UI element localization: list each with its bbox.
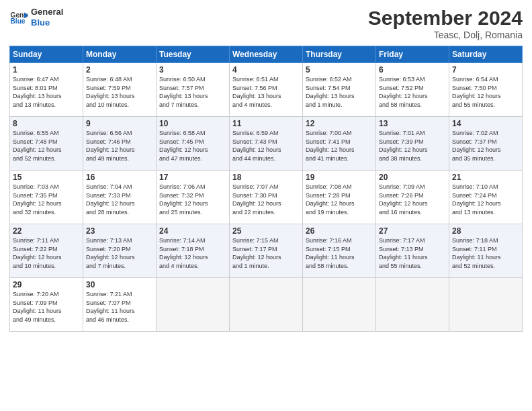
day-number: 4	[232, 65, 300, 75]
day-info: Sunrise: 6:55 AM Sunset: 7:48 PM Dayligh…	[13, 129, 80, 163]
calendar-cell: 25Sunrise: 7:15 AM Sunset: 7:17 PM Dayli…	[230, 224, 303, 278]
day-info: Sunrise: 7:10 AM Sunset: 7:24 PM Dayligh…	[452, 183, 519, 216]
day-number: 15	[13, 173, 80, 182]
day-info: Sunrise: 7:00 AM Sunset: 7:41 PM Dayligh…	[306, 129, 373, 163]
calendar-cell: 20Sunrise: 7:09 AM Sunset: 7:26 PM Dayli…	[376, 171, 449, 224]
calendar-cell: 22Sunrise: 7:11 AM Sunset: 7:22 PM Dayli…	[10, 224, 83, 278]
day-info: Sunrise: 6:51 AM Sunset: 7:56 PM Dayligh…	[232, 75, 300, 109]
day-info: Sunrise: 7:02 AM Sunset: 7:37 PM Dayligh…	[452, 129, 519, 163]
day-info: Sunrise: 7:18 AM Sunset: 7:11 PM Dayligh…	[452, 236, 519, 270]
day-number: 25	[232, 226, 300, 236]
day-info: Sunrise: 6:59 AM Sunset: 7:43 PM Dayligh…	[232, 129, 300, 163]
logo-text: General Blue	[31, 7, 63, 28]
calendar-cell: 5Sunrise: 6:52 AM Sunset: 7:54 PM Daylig…	[303, 63, 376, 117]
calendar-cell: 12Sunrise: 7:00 AM Sunset: 7:41 PM Dayli…	[303, 117, 376, 171]
day-number: 1	[13, 65, 80, 75]
day-info: Sunrise: 7:01 AM Sunset: 7:39 PM Dayligh…	[379, 129, 446, 163]
calendar-cell: 14Sunrise: 7:02 AM Sunset: 7:37 PM Dayli…	[449, 117, 523, 171]
title-block: September 2024 Teasc, Dolj, Romania	[368, 7, 523, 40]
weekday-header-row: SundayMondayTuesdayWednesdayThursdayFrid…	[10, 46, 523, 63]
day-number: 24	[159, 226, 226, 236]
calendar-cell: 13Sunrise: 7:01 AM Sunset: 7:39 PM Dayli…	[376, 117, 449, 171]
day-number: 29	[13, 280, 80, 289]
weekday-header-saturday: Saturday	[449, 46, 523, 63]
day-number: 10	[159, 119, 226, 128]
day-number: 6	[379, 65, 446, 75]
weekday-header-sunday: Sunday	[10, 46, 83, 63]
svg-text:Blue: Blue	[11, 17, 26, 25]
weekday-header-monday: Monday	[83, 46, 157, 63]
week-row-3: 15Sunrise: 7:03 AM Sunset: 7:35 PM Dayli…	[10, 171, 523, 224]
calendar-cell: 2Sunrise: 6:48 AM Sunset: 7:59 PM Daylig…	[83, 63, 157, 117]
day-number: 17	[159, 173, 226, 182]
day-number: 9	[86, 119, 153, 128]
day-number: 11	[232, 119, 300, 128]
day-number: 18	[232, 173, 300, 182]
weekday-header-thursday: Thursday	[303, 46, 376, 63]
day-number: 30	[86, 280, 153, 289]
calendar-cell: 9Sunrise: 6:56 AM Sunset: 7:46 PM Daylig…	[83, 117, 157, 171]
location: Teasc, Dolj, Romania	[368, 30, 523, 40]
calendar-cell: 3Sunrise: 6:50 AM Sunset: 7:57 PM Daylig…	[157, 63, 230, 117]
day-info: Sunrise: 7:11 AM Sunset: 7:22 PM Dayligh…	[13, 236, 80, 270]
day-info: Sunrise: 7:03 AM Sunset: 7:35 PM Dayligh…	[13, 183, 80, 216]
calendar-cell	[230, 278, 303, 332]
day-number: 7	[452, 65, 519, 75]
calendar-cell: 23Sunrise: 7:13 AM Sunset: 7:20 PM Dayli…	[83, 224, 157, 278]
week-row-4: 22Sunrise: 7:11 AM Sunset: 7:22 PM Dayli…	[10, 224, 523, 278]
day-info: Sunrise: 6:48 AM Sunset: 7:59 PM Dayligh…	[86, 75, 153, 109]
calendar-cell: 4Sunrise: 6:51 AM Sunset: 7:56 PM Daylig…	[230, 63, 303, 117]
header: General Blue General Blue September 2024…	[9, 7, 523, 40]
day-info: Sunrise: 7:06 AM Sunset: 7:32 PM Dayligh…	[159, 183, 226, 216]
day-info: Sunrise: 6:54 AM Sunset: 7:50 PM Dayligh…	[452, 75, 519, 109]
weekday-header-tuesday: Tuesday	[157, 46, 230, 63]
calendar-cell	[449, 278, 523, 332]
calendar-cell: 18Sunrise: 7:07 AM Sunset: 7:30 PM Dayli…	[230, 171, 303, 224]
day-number: 21	[452, 173, 519, 182]
day-info: Sunrise: 7:08 AM Sunset: 7:28 PM Dayligh…	[306, 183, 373, 216]
calendar-cell: 1Sunrise: 6:47 AM Sunset: 8:01 PM Daylig…	[10, 63, 83, 117]
day-number: 23	[86, 226, 153, 236]
day-info: Sunrise: 6:50 AM Sunset: 7:57 PM Dayligh…	[159, 75, 226, 109]
calendar-cell	[303, 278, 376, 332]
week-row-5: 29Sunrise: 7:20 AM Sunset: 7:09 PM Dayli…	[10, 278, 523, 332]
calendar-cell: 7Sunrise: 6:54 AM Sunset: 7:50 PM Daylig…	[449, 63, 523, 117]
calendar-cell: 30Sunrise: 7:21 AM Sunset: 7:07 PM Dayli…	[83, 278, 157, 332]
calendar-cell: 24Sunrise: 7:14 AM Sunset: 7:18 PM Dayli…	[157, 224, 230, 278]
day-number: 3	[159, 65, 226, 75]
day-number: 16	[86, 173, 153, 182]
day-number: 14	[452, 119, 519, 128]
weekday-header-friday: Friday	[376, 46, 449, 63]
calendar-cell: 6Sunrise: 6:53 AM Sunset: 7:52 PM Daylig…	[376, 63, 449, 117]
day-number: 12	[306, 119, 373, 128]
logo: General Blue General Blue	[9, 7, 63, 28]
calendar-cell: 28Sunrise: 7:18 AM Sunset: 7:11 PM Dayli…	[449, 224, 523, 278]
calendar-table: SundayMondayTuesdayWednesdayThursdayFrid…	[9, 46, 523, 332]
calendar-cell: 21Sunrise: 7:10 AM Sunset: 7:24 PM Dayli…	[449, 171, 523, 224]
day-info: Sunrise: 7:15 AM Sunset: 7:17 PM Dayligh…	[232, 236, 300, 270]
day-number: 2	[86, 65, 153, 75]
day-number: 26	[306, 226, 373, 236]
day-info: Sunrise: 6:52 AM Sunset: 7:54 PM Dayligh…	[306, 75, 373, 109]
day-info: Sunrise: 7:20 AM Sunset: 7:09 PM Dayligh…	[13, 290, 80, 324]
calendar-cell: 11Sunrise: 6:59 AM Sunset: 7:43 PM Dayli…	[230, 117, 303, 171]
week-row-2: 8Sunrise: 6:55 AM Sunset: 7:48 PM Daylig…	[10, 117, 523, 171]
calendar-cell: 15Sunrise: 7:03 AM Sunset: 7:35 PM Dayli…	[10, 171, 83, 224]
calendar-cell: 10Sunrise: 6:58 AM Sunset: 7:45 PM Dayli…	[157, 117, 230, 171]
day-info: Sunrise: 7:14 AM Sunset: 7:18 PM Dayligh…	[159, 236, 226, 270]
month-title: September 2024	[368, 7, 523, 30]
day-info: Sunrise: 6:47 AM Sunset: 8:01 PM Dayligh…	[13, 75, 80, 109]
day-number: 13	[379, 119, 446, 128]
day-number: 5	[306, 65, 373, 75]
calendar-cell: 29Sunrise: 7:20 AM Sunset: 7:09 PM Dayli…	[10, 278, 83, 332]
page-container: General Blue General Blue September 2024…	[0, 0, 532, 338]
day-number: 28	[452, 226, 519, 236]
calendar-cell: 8Sunrise: 6:55 AM Sunset: 7:48 PM Daylig…	[10, 117, 83, 171]
day-info: Sunrise: 6:56 AM Sunset: 7:46 PM Dayligh…	[86, 129, 153, 163]
day-info: Sunrise: 7:07 AM Sunset: 7:30 PM Dayligh…	[232, 183, 300, 216]
day-number: 20	[379, 173, 446, 182]
day-number: 8	[13, 119, 80, 128]
day-info: Sunrise: 7:09 AM Sunset: 7:26 PM Dayligh…	[379, 183, 446, 216]
calendar-cell: 16Sunrise: 7:04 AM Sunset: 7:33 PM Dayli…	[83, 171, 157, 224]
calendar-cell: 27Sunrise: 7:17 AM Sunset: 7:13 PM Dayli…	[376, 224, 449, 278]
